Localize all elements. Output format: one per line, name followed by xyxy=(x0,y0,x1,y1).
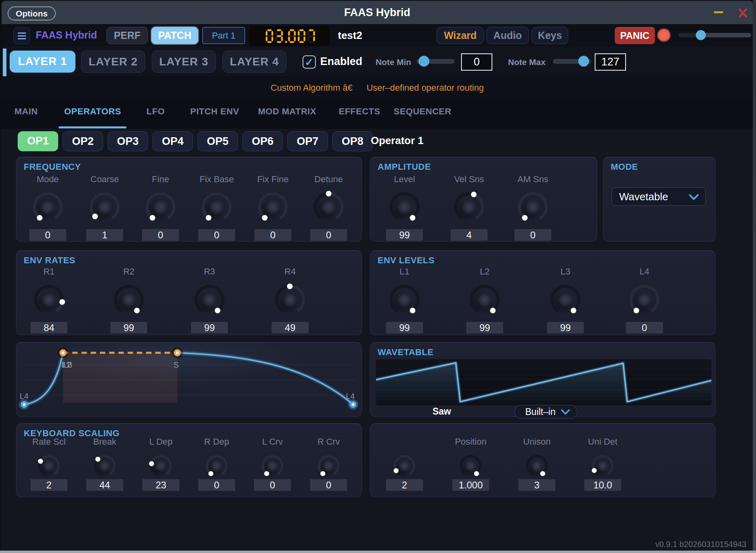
frequency-detune-knob[interactable] xyxy=(311,189,346,225)
version-label: v0.9.1 b20260310154943 xyxy=(655,540,746,549)
keyboard_scaling-rate-scl-label: Rate Scl xyxy=(32,437,65,447)
amplitude-level-value[interactable]: 99 xyxy=(386,229,423,241)
frequency-mode-knob[interactable] xyxy=(30,189,65,225)
tab-mod-matrix[interactable]: MOD MATRIX xyxy=(258,106,316,117)
keyboard_scaling-rate-scl-value[interactable]: 2 xyxy=(30,479,67,491)
operator-button-op4[interactable]: OP4 xyxy=(152,131,193,151)
oscillator-position-knob[interactable] xyxy=(458,453,484,479)
env_rates-r3-value[interactable]: 99 xyxy=(191,322,228,333)
frequency-fix-fine-value[interactable]: 0 xyxy=(254,229,291,241)
lcd-display xyxy=(249,26,330,46)
wavetable-source-dropdown[interactable]: Built–in xyxy=(514,405,577,419)
panic-button[interactable]: PANIC xyxy=(615,27,655,44)
patch-button[interactable]: PATCH xyxy=(151,27,198,44)
env_rates-r2-knob[interactable] xyxy=(111,282,146,317)
keyboard_scaling-r-dep-knob[interactable] xyxy=(204,453,230,479)
env_levels-l4-value[interactable]: 0 xyxy=(626,322,663,333)
env_rates-r2-value[interactable]: 99 xyxy=(110,322,147,333)
enabled-checkbox[interactable]: ✓ xyxy=(303,55,316,69)
wizard-button[interactable]: Wizard xyxy=(437,27,484,44)
close-icon[interactable] xyxy=(738,8,748,18)
operator-button-op2[interactable]: OP2 xyxy=(63,131,103,151)
env_rates-r3-knob[interactable] xyxy=(192,282,227,317)
env_rates-r4-value[interactable]: 49 xyxy=(272,322,309,333)
frequency-coarse-knob[interactable] xyxy=(87,189,122,225)
note-max-value[interactable]: 127 xyxy=(595,53,626,71)
envelope-graph[interactable]: L4L4L1L2L3S xyxy=(16,343,362,417)
audio-button[interactable]: Audio xyxy=(486,27,529,44)
tab-effects[interactable]: EFFECTS xyxy=(339,106,380,117)
tab-sequencer[interactable]: SEQUENCER xyxy=(394,106,451,117)
keyboard_scaling-break-knob[interactable] xyxy=(92,453,118,479)
frequency-fine-knob[interactable] xyxy=(143,189,178,225)
amplitude-level-knob[interactable] xyxy=(387,189,422,225)
operator-title: Operator 1 xyxy=(371,134,424,147)
mode-dropdown[interactable]: Wavetable xyxy=(612,187,706,206)
tab-lfo[interactable]: LFO xyxy=(146,106,165,117)
keyboard_scaling-r-crv-value[interactable]: 0 xyxy=(310,479,347,491)
window-frame-bottom xyxy=(0,551,756,553)
env_levels-l2-knob[interactable] xyxy=(467,282,502,317)
frequency-detune-value[interactable]: 0 xyxy=(310,229,347,241)
operator-button-op3[interactable]: OP3 xyxy=(108,131,148,151)
layer-button-1[interactable]: LAYER 1 xyxy=(10,51,75,73)
oscillator-unison-knob[interactable] xyxy=(524,453,550,479)
volume-slider-thumb[interactable] xyxy=(696,30,706,40)
oscillator-knob1-value[interactable]: 2 xyxy=(386,479,423,491)
env_levels-l3-value[interactable]: 99 xyxy=(547,322,584,333)
operator-button-op6[interactable]: OP6 xyxy=(242,131,283,151)
frequency-fix-base-knob[interactable] xyxy=(199,189,234,225)
keyboard_scaling-l-crv-knob[interactable] xyxy=(260,453,285,479)
env_levels-l1-knob[interactable] xyxy=(387,282,422,317)
amplitude-am-sns-value[interactable]: 0 xyxy=(514,229,551,241)
keyboard_scaling-l-dep-value[interactable]: 23 xyxy=(142,479,179,491)
keys-button[interactable]: Keys xyxy=(532,27,568,44)
oscillator-unison-value[interactable]: 3 xyxy=(518,479,555,491)
amplitude-vel-sns-value[interactable]: 4 xyxy=(451,229,488,241)
keyboard_scaling-l-dep-knob[interactable] xyxy=(148,453,174,479)
frequency-fix-base-value[interactable]: 0 xyxy=(198,229,235,241)
note-min-value[interactable]: 0 xyxy=(461,53,492,71)
env_levels-l3-knob[interactable] xyxy=(548,282,583,317)
env_rates-r1-knob[interactable] xyxy=(31,282,67,317)
frequency-mode-value[interactable]: 0 xyxy=(29,229,66,241)
operator-button-op1[interactable]: OP1 xyxy=(18,131,58,151)
tab-pitch-env[interactable]: PITCH ENV xyxy=(190,106,239,117)
frequency-fine-value[interactable]: 0 xyxy=(142,229,179,241)
amplitude-am-sns-knob[interactable] xyxy=(515,189,551,225)
layer-button-4[interactable]: LAYER 4 xyxy=(222,51,287,73)
tab-main[interactable]: MAIN xyxy=(14,106,38,117)
frequency-fix-fine-knob[interactable] xyxy=(255,189,291,225)
oscillator-uni-det-value[interactable]: 10.0 xyxy=(584,479,621,491)
keyboard_scaling-rate-scl-knob[interactable] xyxy=(36,453,62,479)
keyboard_scaling-l-crv-value[interactable]: 0 xyxy=(254,479,291,491)
keyboard_scaling-r-dep-value[interactable]: 0 xyxy=(198,479,235,491)
operator-button-op8[interactable]: OP8 xyxy=(332,131,373,151)
frequency-coarse-value[interactable]: 1 xyxy=(86,229,123,241)
part-button[interactable]: Part 1 xyxy=(202,27,245,44)
layer-button-2[interactable]: LAYER 2 xyxy=(81,51,145,73)
operator-button-op5[interactable]: OP5 xyxy=(197,131,238,151)
minimize-icon[interactable] xyxy=(714,11,723,13)
keyboard_scaling-break-label: Break xyxy=(93,437,116,447)
env_levels-l2-value[interactable]: 99 xyxy=(466,322,503,333)
menu-button[interactable] xyxy=(13,27,30,44)
perf-button[interactable]: PERF xyxy=(106,27,148,44)
layer-button-3[interactable]: LAYER 3 xyxy=(152,51,216,73)
env_rates-r1-value[interactable]: 84 xyxy=(30,322,67,333)
tab-operators[interactable]: OPERATORS xyxy=(64,106,121,117)
env_levels-l1-value[interactable]: 99 xyxy=(386,322,423,333)
env_rates-r4-knob[interactable] xyxy=(272,282,308,317)
note-min-thumb[interactable] xyxy=(419,56,429,67)
oscillator-knob1-knob[interactable] xyxy=(392,453,417,479)
note-max-thumb[interactable] xyxy=(578,56,589,67)
operator-button-op7[interactable]: OP7 xyxy=(287,131,328,151)
keyboard_scaling-r-crv-knob[interactable] xyxy=(316,453,341,479)
oscillator-unison-label: Unison xyxy=(523,437,551,447)
oscillator-uni-det-knob[interactable] xyxy=(590,453,616,479)
env_levels-l4-knob[interactable] xyxy=(627,282,662,317)
env_rates-r1-label: R1 xyxy=(43,266,55,277)
amplitude-vel-sns-knob[interactable] xyxy=(451,189,487,225)
keyboard_scaling-break-value[interactable]: 44 xyxy=(86,479,123,491)
oscillator-position-value[interactable]: 1.000 xyxy=(452,479,489,491)
